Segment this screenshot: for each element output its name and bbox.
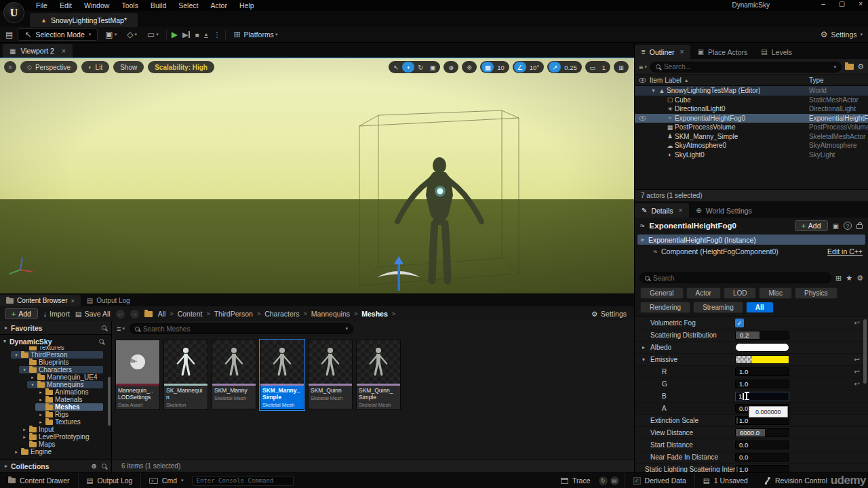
eye-icon[interactable]: [639, 116, 646, 121]
outliner-row[interactable]: ▦ PostProcessVolume PostProcessVolume: [635, 123, 868, 132]
tree-item[interactable]: ▸ Animations: [0, 388, 111, 396]
close-icon[interactable]: ×: [679, 207, 683, 214]
close-button[interactable]: ×: [859, 0, 863, 7]
expander-icon[interactable]: ▸: [38, 397, 43, 403]
rotation-snap-button[interactable]: ∠: [514, 62, 526, 73]
breadcrumb-item[interactable]: Content >: [178, 310, 210, 318]
outliner-search-input[interactable]: Search... ▾: [650, 62, 842, 73]
expander-icon[interactable]: ▸: [22, 427, 27, 432]
favorites-header[interactable]: ▸ Favorites: [0, 321, 111, 335]
outliner-row[interactable]: ◐ SkyLight0 SkyLight: [635, 150, 868, 160]
grid-snap-button[interactable]: ▦: [481, 62, 494, 73]
scale-snap-value[interactable]: 0.25: [561, 64, 580, 71]
close-icon[interactable]: ×: [71, 298, 74, 304]
camera-speed-value[interactable]: 1: [599, 64, 609, 71]
filter-chip[interactable]: Physics: [795, 287, 837, 299]
tree-item[interactable]: ▾ Mannequins: [0, 381, 111, 388]
insights-timing-icon[interactable]: ↻: [599, 476, 608, 485]
outliner-row[interactable]: ☁ SkyAtmosphere0 SkyAtmosphere: [635, 141, 868, 150]
view-mode-dropdown[interactable]: ◐ Lit: [81, 61, 109, 73]
number-field[interactable]: 1.0: [735, 367, 789, 376]
expander-icon[interactable]: ▾: [30, 382, 35, 388]
lock-icon[interactable]: [856, 224, 863, 229]
perspective-dropdown[interactable]: ◇ Perspective: [20, 61, 77, 73]
eye-icon[interactable]: [639, 78, 646, 83]
property-row[interactable]: Volumetric Fog ✓ ↩: [635, 317, 868, 329]
minimize-button[interactable]: –: [821, 0, 825, 7]
asset-tile[interactable]: SKM_Quinn_ Simple Skeletal Mesh: [356, 340, 401, 410]
scalability-warning-button[interactable]: Scalability: High: [148, 61, 214, 73]
tree-item[interactable]: ▸ Materials: [0, 396, 111, 403]
save-all-button[interactable]: ▤ Save All: [75, 310, 111, 318]
menu-item[interactable]: Select: [172, 1, 204, 10]
add-collection-icon[interactable]: ⊕: [92, 462, 97, 470]
tab-details[interactable]: ✎ Details ×: [635, 203, 689, 218]
asset-filter-button[interactable]: ≡ ▾: [117, 325, 125, 333]
play-options-button[interactable]: ⋮: [213, 30, 220, 39]
reset-to-default-button[interactable]: ↩: [854, 319, 860, 327]
filter-chip[interactable]: LOD: [724, 287, 757, 299]
text-edit-field[interactable]: 1: [735, 392, 789, 401]
expander-icon[interactable]: ▾: [650, 87, 657, 94]
tree-item[interactable]: ▾ Characters: [0, 366, 111, 373]
help-icon[interactable]: ?: [844, 222, 852, 230]
breadcrumb-item[interactable]: Meshes >: [361, 310, 395, 318]
add-actor-button[interactable]: ▣ ▾: [102, 30, 119, 39]
breadcrumb-item[interactable]: Mannequins >: [311, 310, 357, 318]
number-field[interactable]: 1.0: [735, 380, 789, 388]
cmd-dropdown[interactable]: >_ Cmd ▾: [141, 473, 191, 488]
tab-place-actors[interactable]: ▣ Place Actors: [690, 45, 754, 59]
number-field[interactable]: 0.0: [735, 441, 789, 449]
search-icon[interactable]: [102, 325, 106, 330]
menu-item[interactable]: Build: [144, 1, 172, 10]
number-field[interactable]: 0.0: [735, 453, 789, 462]
asset-search-input[interactable]: Search Meshes ▾: [130, 323, 353, 334]
collections-header[interactable]: ▸ Collections ⊕: [0, 459, 111, 472]
column-item-label[interactable]: Item Label: [650, 77, 682, 84]
tree-item[interactable]: ▸ Mannequin_UE4: [0, 373, 111, 381]
color-swatch[interactable]: [735, 355, 789, 364]
search-icon[interactable]: [102, 464, 106, 468]
viewport-options-button[interactable]: ≡: [4, 61, 16, 73]
instance-row[interactable]: ≈ ExponentialHeightFog0 (Instance): [637, 235, 865, 245]
blueprints-button[interactable]: ◇ ▾: [124, 30, 140, 39]
eject-button[interactable]: ▲: [204, 32, 209, 38]
platforms-dropdown[interactable]: ⊞ Platforms ▾: [231, 30, 280, 39]
menu-item[interactable]: Window: [78, 1, 115, 10]
breadcrumb-item[interactable]: Characters >: [264, 310, 307, 318]
favorites-icon[interactable]: ★: [846, 274, 852, 283]
property-row[interactable]: G ✓ 1.0 1.0 1.0 ↩: [635, 378, 868, 390]
move-tool-button[interactable]: +: [402, 62, 414, 73]
expander-icon[interactable]: ▸: [14, 449, 19, 455]
filter-chip[interactable]: Streaming: [693, 302, 743, 313]
world-space-button[interactable]: ⊕: [445, 62, 457, 73]
menu-item[interactable]: Help: [233, 1, 260, 10]
scale-snap-button[interactable]: ↗: [549, 62, 561, 73]
frame-skip-button[interactable]: ▶: [182, 31, 190, 38]
column-type[interactable]: Type: [809, 77, 868, 84]
expander-icon[interactable]: ▸: [30, 375, 35, 380]
grid-snap-value[interactable]: 10: [494, 64, 508, 71]
tree-item[interactable]: Textures: [0, 346, 111, 351]
property-row[interactable]: Start Distance ✓ 0.0 0.0 0.0 ↩: [635, 439, 868, 451]
outliner-row[interactable]: ▢ Cube StaticMeshActor: [635, 96, 868, 105]
blueprint-browse-icon[interactable]: ▣: [833, 222, 839, 230]
property-row[interactable]: B ✓ 1 1 1 ↩: [635, 390, 868, 403]
checkbox[interactable]: ✓: [735, 319, 744, 327]
filter-chip[interactable]: Rendering: [640, 302, 690, 313]
forward-button[interactable]: →: [130, 310, 139, 319]
maximize-viewport-button[interactable]: ⊞: [615, 62, 627, 73]
menu-item[interactable]: File: [30, 1, 54, 10]
expander-icon[interactable]: ▸: [38, 420, 43, 425]
import-button[interactable]: ↓ Import: [43, 310, 70, 318]
breadcrumb-item[interactable]: ThirdPerson >: [214, 310, 260, 318]
maximize-button[interactable]: ▢: [839, 0, 845, 7]
play-button[interactable]: ▶: [172, 30, 178, 39]
tree-scrollbar[interactable]: [108, 377, 111, 426]
property-row[interactable]: Near Fade In Distance ✓ 0.0 0.0 0.0 ↩: [635, 451, 868, 464]
save-icon[interactable]: ▤: [5, 30, 13, 39]
asset-tile[interactable]: Mannequin_.. LODSettings Data Asset: [115, 340, 160, 410]
property-row[interactable]: ▾ Emissive ✓ ↩: [635, 354, 868, 366]
property-row[interactable]: R ✓ 1.0 1.0 1.0 ↩: [635, 366, 868, 378]
breadcrumb-item[interactable]: All >: [158, 310, 174, 318]
